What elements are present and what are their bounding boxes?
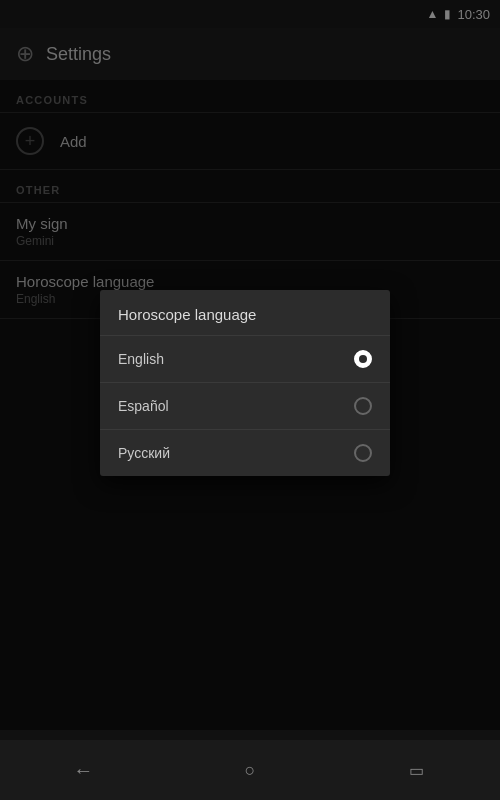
recents-icon: ▭ — [409, 761, 424, 780]
language-option-english[interactable]: English — [100, 336, 390, 383]
language-option-russian[interactable]: Русский — [100, 430, 390, 476]
home-nav-button[interactable]: ○ — [225, 750, 275, 790]
espanol-label: Español — [118, 398, 169, 414]
back-arrow-icon: ← — [73, 759, 93, 782]
english-radio[interactable] — [354, 350, 372, 368]
language-option-espanol[interactable]: Español — [100, 383, 390, 430]
english-label: English — [118, 351, 164, 367]
russian-label: Русский — [118, 445, 170, 461]
back-nav-button[interactable]: ← — [58, 750, 108, 790]
horoscope-language-dialog: Horoscope language English Español Русск… — [100, 290, 390, 476]
espanol-radio[interactable] — [354, 397, 372, 415]
dialog-title: Horoscope language — [100, 290, 390, 336]
recents-nav-button[interactable]: ▭ — [392, 750, 442, 790]
nav-bar: ← ○ ▭ — [0, 740, 500, 800]
home-icon: ○ — [245, 760, 256, 781]
russian-radio[interactable] — [354, 444, 372, 462]
